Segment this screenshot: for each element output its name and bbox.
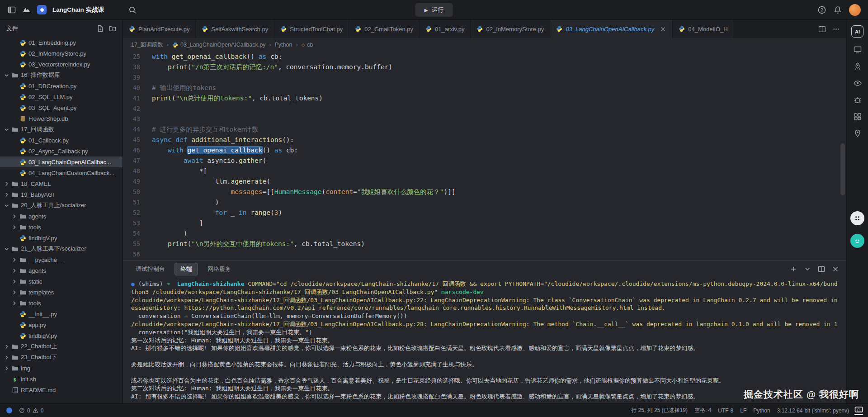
panel-tab[interactable]: 网络服务 bbox=[202, 263, 236, 275]
tree-item[interactable]: 17_回调函数 bbox=[0, 124, 123, 135]
editor-tab[interactable]: 02_GmailToken.py bbox=[349, 20, 420, 38]
more-actions-icon[interactable] bbox=[832, 25, 840, 33]
panel-tab[interactable]: 调试控制台 bbox=[130, 263, 170, 275]
tree-item[interactable]: 18_CAMEL bbox=[0, 178, 123, 189]
breadcrumb-item[interactable]: 17_回调函数 bbox=[131, 41, 163, 49]
terminal[interactable]: ● (shims) ➜ LangChain-shizhanke COMMAND=… bbox=[123, 278, 846, 403]
code-line[interactable]: 50 messages=[[HumanMessage(content="我姐姐喜… bbox=[123, 187, 846, 197]
dropdown-icon[interactable] bbox=[804, 265, 811, 273]
code-line[interactable]: 45async def additional_interactions(): bbox=[123, 135, 846, 145]
rocket-icon[interactable] bbox=[853, 62, 862, 71]
editor-tab[interactable]: 01_arxiv.py bbox=[420, 20, 471, 38]
tree-item[interactable]: 03_VectorstoreIndex.py bbox=[0, 59, 123, 70]
code-line[interactable]: 38 print("/n第三次对话后的记忆:/n", conversation.… bbox=[123, 62, 846, 72]
editor-tab[interactable]: StructedToolChat.py bbox=[274, 20, 349, 38]
code-line[interactable]: 41print("\n总计使用的tokens:", cb.total_token… bbox=[123, 93, 846, 104]
status-item[interactable]: UTF-8 bbox=[718, 408, 733, 414]
tree-item[interactable]: findbigV.py bbox=[0, 232, 123, 243]
tree-item[interactable]: 22_Chatbot上 bbox=[0, 341, 123, 352]
tree-item[interactable]: tools bbox=[0, 298, 123, 308]
tree-item[interactable]: app.py bbox=[0, 319, 123, 330]
tree-item[interactable]: 20_人脉工具上/socializer bbox=[0, 200, 123, 211]
code-line[interactable]: 54 ) bbox=[123, 228, 846, 239]
tree-item[interactable]: findbigV.py bbox=[0, 330, 123, 341]
bug-icon[interactable] bbox=[853, 95, 862, 104]
tree-item[interactable]: 19_BabyAGI bbox=[0, 189, 123, 200]
editor-tab[interactable]: PlanAndExecute.py bbox=[123, 20, 196, 38]
code-line[interactable]: 56 bbox=[123, 249, 846, 260]
search-icon[interactable] bbox=[128, 5, 137, 14]
breadcrumb-item[interactable]: 03_LangChainOpenAICallback.py bbox=[172, 42, 265, 48]
tree-item[interactable]: FlowerShop.db bbox=[0, 113, 123, 124]
eye-icon[interactable] bbox=[853, 79, 862, 88]
sidebar-toggle-icon[interactable] bbox=[7, 5, 16, 14]
code-line[interactable]: 43 bbox=[123, 114, 846, 124]
code-line[interactable]: 25with get_openai_callback() as cb: bbox=[123, 52, 846, 62]
tree-item[interactable]: agents bbox=[0, 265, 123, 276]
tree-item[interactable]: tools bbox=[0, 222, 123, 232]
status-item[interactable]: LF bbox=[740, 408, 746, 414]
status-item[interactable]: 行 25, 列 25 (已选择19) bbox=[631, 407, 688, 414]
tree-item[interactable]: agents bbox=[0, 211, 123, 222]
preview-icon[interactable] bbox=[853, 45, 862, 54]
remote-indicator[interactable] bbox=[6, 408, 12, 413]
tree-item[interactable]: 03_LangChainOpenAICallbac... bbox=[0, 156, 123, 167]
editor-tab[interactable]: 02_InMemoryStore.py bbox=[471, 20, 550, 38]
code-line[interactable]: 48 *[ bbox=[123, 166, 846, 176]
tree-item[interactable]: templates bbox=[0, 287, 123, 298]
editor-scrollbar[interactable] bbox=[840, 143, 845, 195]
code-line[interactable]: 39 bbox=[123, 72, 846, 83]
tree-item[interactable]: 21_人脉工具下/socializer bbox=[0, 243, 123, 254]
breadcrumb-item[interactable]: ⬦cb bbox=[302, 42, 313, 48]
tree-item[interactable]: 01_Embedding.py bbox=[0, 37, 123, 48]
code-editor[interactable]: 25with get_openai_callback() as cb:38 pr… bbox=[123, 52, 846, 260]
tree-item[interactable]: 02_InMemoryStore.py bbox=[0, 48, 123, 59]
code-line[interactable]: 46 with get_openai_callback() as cb: bbox=[123, 145, 846, 156]
app-logo[interactable] bbox=[22, 5, 31, 14]
problems-indicator[interactable]: 0 0 bbox=[19, 408, 43, 414]
grid-icon[interactable] bbox=[853, 112, 862, 121]
code-line[interactable]: 52 for _ in range(3) bbox=[123, 208, 846, 218]
code-line[interactable]: 49 llm.agenerate( bbox=[123, 176, 846, 187]
code-line[interactable]: 47 await asyncio.gather( bbox=[123, 156, 846, 166]
tree-item[interactable]: static bbox=[0, 276, 123, 287]
tree-item[interactable]: 23_Chatbot下 bbox=[0, 352, 123, 363]
tree-item[interactable]: 16_操作数据库 bbox=[0, 70, 123, 81]
apps-button[interactable] bbox=[850, 211, 864, 225]
tree-item[interactable]: __pycache__ bbox=[0, 254, 123, 265]
ai-badge[interactable]: AI bbox=[851, 25, 863, 38]
code-line[interactable]: 51 ) bbox=[123, 197, 846, 208]
assistant-button[interactable] bbox=[850, 234, 864, 248]
status-item[interactable]: 3.12.12 64-bit ('shims': pyenv) bbox=[777, 408, 849, 414]
close-icon[interactable] bbox=[660, 26, 666, 33]
panel-tab[interactable]: 终端 bbox=[175, 263, 198, 275]
split-editor-icon[interactable] bbox=[818, 25, 826, 33]
tree-item[interactable]: 01_Callback.py bbox=[0, 135, 123, 146]
tree-item[interactable]: __init__.py bbox=[0, 308, 123, 319]
editor-tab[interactable]: SelfAskwithSearch.py bbox=[196, 20, 274, 38]
code-line[interactable]: 40# 输出使用的tokens bbox=[123, 83, 846, 93]
tree-item[interactable]: img bbox=[0, 363, 123, 374]
code-line[interactable]: 53 ] bbox=[123, 218, 846, 228]
project-name[interactable]: LangChain 实战课 bbox=[52, 6, 104, 14]
pin-icon[interactable] bbox=[853, 129, 862, 138]
code-line[interactable]: 44# 进行更多的异步交互和token计数 bbox=[123, 124, 846, 135]
close-panel-icon[interactable] bbox=[832, 265, 839, 273]
new-folder-icon[interactable] bbox=[109, 25, 116, 32]
code-line[interactable]: 42 bbox=[123, 104, 846, 114]
bell-icon[interactable] bbox=[833, 5, 842, 14]
tree-item[interactable]: 04_LangChainCustomCallback... bbox=[0, 167, 123, 178]
run-button[interactable]: ▶ 运行 bbox=[415, 3, 453, 17]
editor-tab[interactable]: 04_ModelIO_H bbox=[673, 20, 734, 38]
status-item[interactable]: Python bbox=[753, 408, 770, 414]
editor-tab[interactable]: 03_LangChainOpenAICallback.py bbox=[550, 20, 673, 38]
tree-item[interactable]: README.md bbox=[0, 384, 123, 395]
tree-item[interactable]: 01_DBCreation.py bbox=[0, 81, 123, 91]
tree-item[interactable]: 02_Async_Callback.py bbox=[0, 146, 123, 156]
add-terminal-icon[interactable] bbox=[790, 265, 797, 273]
status-item[interactable]: 空格: 4 bbox=[694, 407, 711, 414]
tree-item[interactable]: 03_SQL_Agent.py bbox=[0, 102, 123, 113]
avatar[interactable] bbox=[849, 4, 861, 16]
split-panel-icon[interactable] bbox=[818, 265, 825, 273]
code-line[interactable]: 55 print("\n另外的交互中使用的tokens:", cb.total_… bbox=[123, 239, 846, 249]
